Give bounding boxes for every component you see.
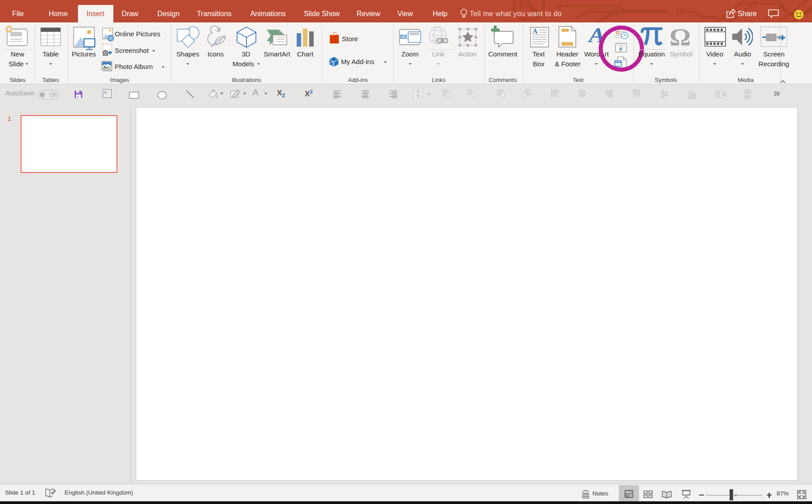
svg-text:A: A xyxy=(104,90,107,95)
svg-text:A: A xyxy=(532,27,538,35)
